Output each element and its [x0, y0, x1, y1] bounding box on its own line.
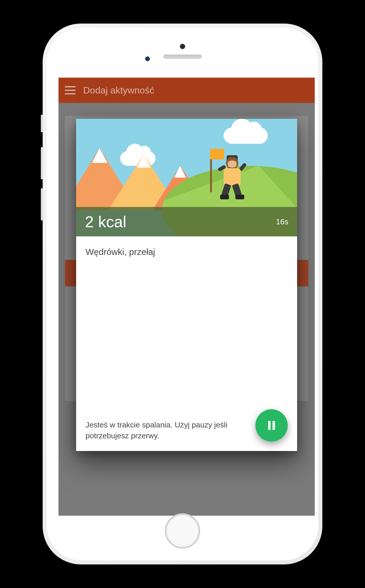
phone-sensor-dot — [145, 56, 150, 61]
hiking-illustration: 2 kcal 16s — [76, 119, 297, 236]
activity-dialog: 2 kcal 16s Wędrówki, przełaj Jesteś w tr… — [76, 119, 297, 451]
elapsed-time: 16s — [276, 217, 288, 226]
calories-value: 2 kcal — [85, 213, 126, 231]
hint-text: Jesteś w trakcie spalania. Użyj pauzy je… — [86, 420, 238, 442]
svg-rect-1 — [272, 421, 275, 430]
phone-device-frame: Dodaj aktywność — [43, 24, 322, 564]
phone-camera-dot — [180, 44, 185, 49]
snowcap-icon — [137, 154, 151, 168]
snowcap-icon — [92, 148, 107, 163]
phone-bezel: Dodaj aktywność — [47, 28, 318, 560]
phone-speaker — [163, 55, 202, 59]
phone-home-button — [165, 513, 200, 549]
calorie-bar: 2 kcal 16s — [76, 207, 297, 236]
dialog-content: Wędrówki, przełaj Jesteś w trakcie spala… — [76, 236, 297, 451]
hiker-icon — [215, 157, 247, 204]
phone-mute-switch — [41, 115, 43, 132]
app-screen: Dodaj aktywność — [58, 78, 315, 516]
snowcap-icon — [174, 166, 186, 178]
cloud-icon — [224, 128, 268, 144]
page-title: Dodaj aktywność — [83, 85, 154, 96]
menu-icon[interactable] — [65, 86, 76, 94]
app-bar: Dodaj aktywność — [58, 78, 315, 103]
pause-icon — [266, 420, 277, 431]
activity-name-label: Wędrówki, przełaj — [86, 247, 288, 257]
phone-volume-down — [41, 188, 43, 220]
svg-rect-0 — [268, 421, 270, 430]
pause-button[interactable] — [255, 409, 288, 442]
phone-volume-up — [41, 147, 43, 179]
